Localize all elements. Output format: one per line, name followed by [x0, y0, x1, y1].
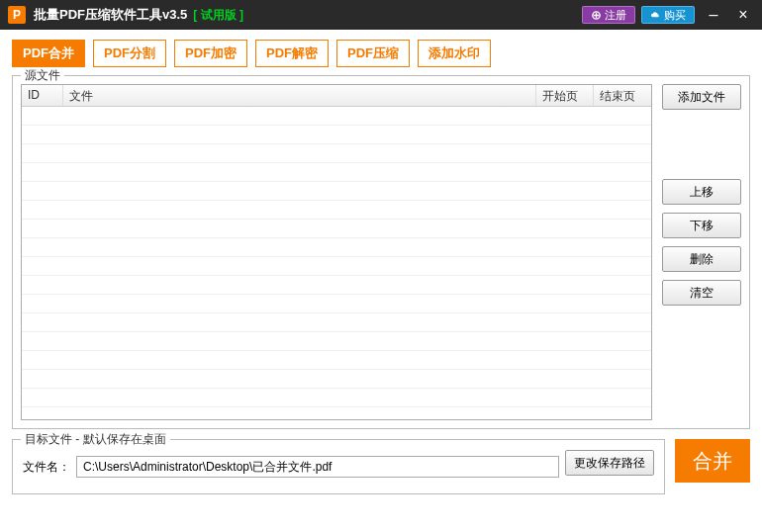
table-row	[22, 313, 651, 332]
cloud-icon	[650, 10, 661, 21]
table-row	[22, 182, 651, 201]
tab-bar: PDF合并 PDF分割 PDF加密 PDF解密 PDF压缩 添加水印	[12, 40, 750, 67]
table-row	[22, 201, 651, 220]
window-title: 批量PDF压缩软件工具v3.5	[34, 6, 187, 24]
move-down-button[interactable]: 下移	[662, 213, 741, 238]
target-legend: 目标文件 - 默认保存在桌面	[21, 431, 170, 448]
tab-pdf-merge[interactable]: PDF合并	[12, 40, 85, 67]
table-row	[22, 351, 651, 370]
table-row	[22, 389, 651, 407]
change-path-button[interactable]: 更改保存路径	[565, 450, 654, 476]
table-row	[22, 220, 651, 238]
add-file-button[interactable]: 添加文件	[662, 84, 741, 110]
tab-watermark[interactable]: 添加水印	[418, 40, 491, 67]
delete-button[interactable]: 删除	[662, 246, 741, 272]
col-end-page[interactable]: 结束页	[594, 85, 651, 106]
buy-label: 购买	[664, 8, 686, 23]
minimize-button[interactable]	[703, 4, 724, 26]
file-table[interactable]: ID 文件 开始页 结束页	[21, 84, 652, 420]
close-button[interactable]	[732, 4, 754, 26]
table-row	[22, 257, 651, 276]
tab-pdf-split[interactable]: PDF分割	[93, 40, 166, 67]
target-fieldset: 目标文件 - 默认保存在桌面 文件名： 更改保存路径	[12, 439, 665, 494]
register-icon	[591, 10, 602, 21]
buy-button[interactable]: 购买	[641, 6, 695, 24]
source-fieldset: 源文件 ID 文件 开始页 结束页	[12, 75, 750, 429]
merge-button[interactable]: 合并	[675, 439, 750, 483]
tab-pdf-decrypt[interactable]: PDF解密	[255, 40, 329, 67]
col-id[interactable]: ID	[22, 85, 63, 106]
output-path-input[interactable]	[76, 456, 559, 478]
table-row	[22, 370, 651, 389]
clear-button[interactable]: 清空	[662, 280, 741, 306]
table-row	[22, 163, 651, 182]
tab-pdf-encrypt[interactable]: PDF加密	[174, 40, 247, 67]
filename-label: 文件名：	[23, 459, 70, 476]
table-row	[22, 238, 651, 257]
titlebar: P 批量PDF压缩软件工具v3.5 [ 试用版 ] 注册 购买	[0, 0, 762, 30]
move-up-button[interactable]: 上移	[662, 179, 741, 205]
register-button[interactable]: 注册	[582, 6, 635, 24]
col-file[interactable]: 文件	[63, 85, 536, 106]
table-row	[22, 332, 651, 351]
table-row	[22, 126, 651, 144]
table-header: ID 文件 开始页 结束页	[22, 85, 651, 107]
table-row	[22, 276, 651, 295]
side-buttons: 添加文件 上移 下移 删除 清空	[662, 84, 741, 420]
register-label: 注册	[605, 8, 626, 23]
col-start-page[interactable]: 开始页	[536, 85, 594, 106]
source-legend: 源文件	[21, 67, 64, 84]
trial-badge: [ 试用版 ]	[193, 7, 243, 24]
app-icon: P	[8, 6, 26, 24]
table-body	[22, 107, 651, 419]
table-row	[22, 107, 651, 126]
table-row	[22, 144, 651, 163]
tab-pdf-compress[interactable]: PDF压缩	[336, 40, 410, 67]
table-row	[22, 295, 651, 313]
